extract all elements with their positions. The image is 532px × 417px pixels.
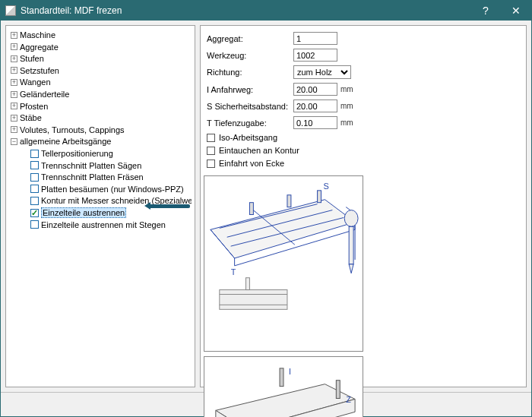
tree-label: Aggregate <box>20 42 59 51</box>
svg-text:S: S <box>323 182 328 191</box>
aggregat-label: Aggregat: <box>207 34 290 43</box>
app-icon <box>5 5 16 16</box>
sicherheit-input[interactable] <box>293 100 337 112</box>
iso-checkbox[interactable] <box>207 134 215 142</box>
richtung-select[interactable]: zum Holz <box>293 65 351 79</box>
tree-label: Stäbe <box>20 113 42 122</box>
anfahrweg-units: mm <box>340 85 353 93</box>
tree-checkbox[interactable] <box>30 197 39 205</box>
expand-icon[interactable]: + <box>11 91 17 98</box>
tree-label: Trennschnitt Platten Fräsen <box>41 172 144 182</box>
tree-label: Trennschnitt Platten Sägen <box>41 160 141 169</box>
tree-label: Einzelteile austrennen <box>41 207 126 218</box>
window-title: Standardteil: MDF frezen <box>21 5 470 16</box>
svg-rect-24 <box>336 381 340 399</box>
tiefen-label: T Tiefenzugabe: <box>207 118 290 128</box>
illustration-bottom: I Z Z 1/2 1/2 <box>204 356 363 417</box>
tiefen-units: mm <box>340 118 353 127</box>
svg-rect-9 <box>318 191 321 203</box>
svg-marker-0 <box>211 200 355 258</box>
dialog-window: Standardteil: MDF frezen ? ✕ +Maschine+A… <box>0 0 532 417</box>
tiefen-input[interactable] <box>293 116 337 129</box>
svg-rect-23 <box>280 368 283 387</box>
tree-label: Platten besäumen (nur Windows-PPZ) <box>41 184 184 193</box>
richtung-label: Richtung: <box>207 68 290 77</box>
tree-checkbox[interactable] <box>30 209 39 217</box>
svg-point-13 <box>344 210 358 227</box>
detail-panel: Aggregat: Werkzeug: Richtung: zum Holz I… <box>200 25 527 387</box>
form-column: Aggregat: Werkzeug: Richtung: zum Holz I… <box>204 29 523 171</box>
tree-label: allgemeine Arbeitsgänge <box>20 137 111 146</box>
iso-checkbox-row[interactable]: Iso-Arbeitsgang <box>207 133 520 142</box>
tree-label: Setzstufen <box>20 65 59 74</box>
expand-icon[interactable]: + <box>11 67 17 74</box>
tree-label: Geländerteile <box>20 90 69 99</box>
svg-rect-19 <box>245 278 249 290</box>
svg-rect-14 <box>349 226 353 264</box>
tree-label: Tellerpositionierung <box>41 149 113 158</box>
illustration-column: S T <box>204 175 363 417</box>
tree-node[interactable]: +Maschine <box>11 29 192 41</box>
expand-icon[interactable]: + <box>11 126 17 133</box>
expand-icon[interactable]: + <box>11 115 17 122</box>
tree-node[interactable]: +Aggregate <box>11 41 192 53</box>
tree-node[interactable]: +Pfosten <box>11 100 192 112</box>
annotation-arrow <box>144 202 190 210</box>
eintauchen-checkbox-row[interactable]: Eintauchen an Kontur <box>207 146 520 155</box>
tree-node[interactable]: +Stufen <box>11 52 192 65</box>
eintauchen-checkbox[interactable] <box>207 147 215 155</box>
tree-panel: +Maschine+Aggregate+Stufen+Setzstufen+Wa… <box>5 25 195 387</box>
werkzeug-input[interactable] <box>293 49 337 62</box>
tree-label: Pfosten <box>20 101 48 110</box>
eintauchen-label: Eintauchen an Kontur <box>219 146 299 155</box>
tree-op-node[interactable]: Platten besäumen (nur Windows-PPZ) <box>21 183 192 195</box>
tree-node[interactable]: +Wangen <box>11 76 192 88</box>
tree-op-node[interactable]: Trennschnitt Platten Sägen <box>21 160 192 172</box>
einfahrt-checkbox[interactable] <box>207 160 215 168</box>
einfahrt-label: Einfahrt von Ecke <box>219 159 284 168</box>
collapse-icon[interactable]: − <box>11 138 17 145</box>
expand-icon[interactable]: + <box>11 43 17 50</box>
tree-node[interactable]: +Volutes, Turnouts, Cappings <box>11 124 192 136</box>
help-button[interactable]: ? <box>470 1 501 21</box>
tree-node[interactable]: +Geländerteile <box>11 88 192 100</box>
tree-checkbox[interactable] <box>30 220 39 229</box>
sicherheit-units: mm <box>340 102 353 110</box>
tree-checkbox[interactable] <box>30 185 39 193</box>
tree-label: Wangen <box>20 77 51 87</box>
werkzeug-label: Werkzeug: <box>207 51 290 60</box>
anfahrweg-label: I Anfahrweg: <box>207 85 290 94</box>
content-area: +Maschine+Aggregate+Stufen+Setzstufen+Wa… <box>1 21 531 392</box>
svg-rect-16 <box>220 290 287 310</box>
expand-icon[interactable]: + <box>11 79 17 86</box>
svg-rect-10 <box>287 195 291 207</box>
expand-icon[interactable]: + <box>11 32 17 39</box>
expand-icon[interactable]: + <box>11 55 17 62</box>
close-button[interactable]: ✕ <box>501 1 531 21</box>
svg-rect-11 <box>249 203 253 215</box>
tree-checkbox[interactable] <box>30 150 39 158</box>
einfahrt-checkbox-row[interactable]: Einfahrt von Ecke <box>207 159 520 168</box>
titlebar: Standardteil: MDF frezen ? ✕ <box>1 1 531 21</box>
tree-node[interactable]: +Stäbe <box>11 112 192 124</box>
anfahrweg-input[interactable] <box>293 83 337 96</box>
tree-node[interactable]: −allgemeine ArbeitsgängeTellerpositionie… <box>11 135 192 230</box>
tree-checkbox[interactable] <box>30 173 39 182</box>
tree-node[interactable]: +Setzstufen <box>11 65 192 77</box>
tree-op-node[interactable]: Tellerpositionierung <box>21 147 192 160</box>
tree-op-node[interactable]: Trennschnitt Platten Fräsen <box>21 171 192 183</box>
expand-icon[interactable]: + <box>11 103 17 109</box>
tree-label: Stufen <box>20 54 44 63</box>
iso-label: Iso-Arbeitsgang <box>219 133 277 142</box>
svg-text:I: I <box>289 367 291 376</box>
sicherheit-label: S Sicherheitsabstand: <box>207 102 290 111</box>
svg-text:Z: Z <box>346 395 351 404</box>
tree-label: Maschine <box>20 30 55 39</box>
svg-text:T: T <box>231 267 236 276</box>
tree-label: Volutes, Turnouts, Cappings <box>20 125 125 134</box>
tree-label: Einzelteile austrennen mit Stegen <box>41 220 166 229</box>
illustration-top: S T <box>204 175 363 352</box>
aggregat-input[interactable] <box>293 32 337 45</box>
tree-op-node[interactable]: Einzelteile austrennen mit Stegen <box>21 219 192 231</box>
tree-checkbox[interactable] <box>30 161 39 169</box>
